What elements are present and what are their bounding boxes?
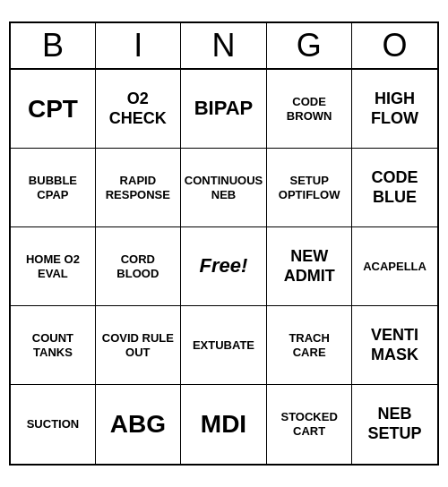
bingo-cell-21: ABG: [96, 385, 181, 464]
header-letter-B: B: [11, 23, 96, 68]
bingo-cell-9: CODE BLUE: [352, 149, 437, 227]
bingo-cell-20: SUCTION: [11, 385, 96, 464]
bingo-cell-7: CONTINUOUS NEB: [181, 149, 267, 227]
bingo-header: BINGO: [11, 23, 437, 70]
bingo-card: BINGO CPTO2 CHECKBIPAPCODE BROWNHIGH FLO…: [9, 21, 439, 466]
bingo-cell-3: CODE BROWN: [267, 70, 352, 149]
header-letter-G: G: [267, 23, 352, 68]
bingo-cell-16: COVID RULE OUT: [96, 306, 181, 385]
header-letter-O: O: [352, 23, 437, 68]
bingo-cell-19: VENTI MASK: [352, 306, 437, 385]
bingo-grid: CPTO2 CHECKBIPAPCODE BROWNHIGH FLOWBUBBL…: [11, 70, 437, 464]
bingo-cell-17: EXTUBATE: [181, 306, 267, 385]
header-letter-I: I: [96, 23, 181, 68]
bingo-cell-24: NEB SETUP: [352, 385, 437, 464]
bingo-cell-10: HOME O2 EVAL: [11, 227, 96, 306]
bingo-cell-6: RAPID RESPONSE: [96, 149, 181, 227]
bingo-cell-14: ACAPELLA: [352, 227, 437, 306]
bingo-cell-8: SETUP OPTIFLOW: [267, 149, 352, 227]
bingo-cell-15: COUNT TANKS: [11, 306, 96, 385]
bingo-cell-4: HIGH FLOW: [352, 70, 437, 149]
bingo-cell-22: MDI: [181, 385, 267, 464]
bingo-cell-5: BUBBLE CPAP: [11, 149, 96, 227]
bingo-cell-23: STOCKED CART: [267, 385, 352, 464]
bingo-cell-13: NEW ADMIT: [267, 227, 352, 306]
bingo-cell-18: TRACH CARE: [267, 306, 352, 385]
bingo-cell-0: CPT: [11, 70, 96, 149]
bingo-cell-12: Free!: [181, 227, 267, 306]
header-letter-N: N: [181, 23, 266, 68]
bingo-cell-11: CORD BLOOD: [96, 227, 181, 306]
bingo-cell-2: BIPAP: [181, 70, 267, 149]
bingo-cell-1: O2 CHECK: [96, 70, 181, 149]
